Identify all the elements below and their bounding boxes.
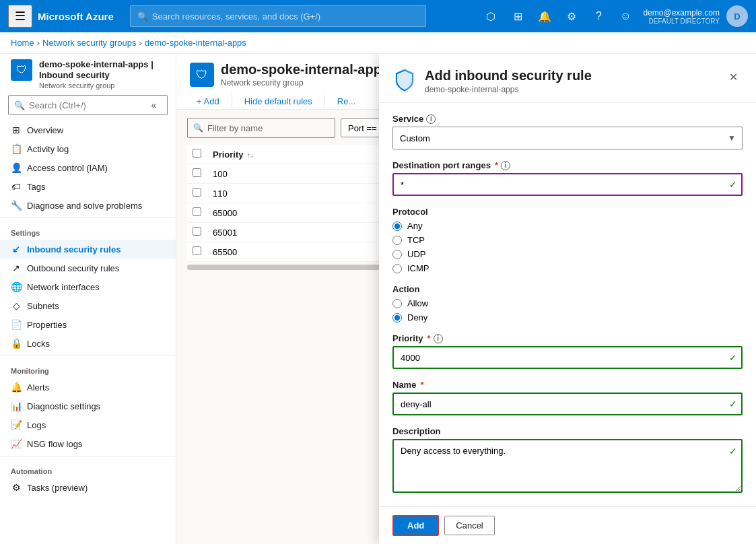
panel-cancel-button[interactable]: Cancel (444, 516, 494, 535)
sidebar-search-input[interactable] (29, 100, 142, 110)
protocol-udp-radio[interactable] (392, 250, 402, 259)
protocol-icmp-label: ICMP (407, 263, 429, 273)
protocol-tcp[interactable]: TCP (392, 235, 743, 245)
row-checkbox[interactable] (193, 227, 201, 236)
sidebar-item-tags[interactable]: 🏷 Tags (0, 177, 176, 196)
alerts-icon: 🔔 (11, 382, 22, 393)
action-deny[interactable]: Deny (392, 312, 743, 322)
refresh-button[interactable]: Re... (331, 94, 362, 109)
action-allow-radio[interactable] (392, 299, 402, 308)
breadcrumb-resource[interactable]: demo-spoke-internal-apps (145, 38, 246, 48)
search-icon: 🔍 (137, 11, 148, 22)
panel-add-button[interactable]: Add (392, 515, 439, 536)
row-checkbox[interactable] (193, 188, 201, 197)
sidebar-item-access-control[interactable]: 👤 Access control (IAM) (0, 158, 176, 177)
row-checkbox[interactable] (193, 207, 201, 216)
help-icon[interactable]: ? (586, 4, 611, 28)
name-input[interactable] (392, 393, 743, 415)
feedback-icon[interactable]: ☺ (613, 4, 638, 28)
action-allow[interactable]: Allow (392, 298, 743, 308)
action-deny-radio[interactable] (392, 313, 402, 322)
protocol-icmp-radio[interactable] (392, 264, 402, 273)
sidebar-item-network-interfaces-label: Network interfaces (27, 282, 100, 292)
sidebar-item-logs-label: Logs (27, 420, 46, 430)
app-title: Microsoft Azure (38, 11, 114, 22)
sidebar-item-network-interfaces[interactable]: 🌐 Network interfaces (0, 277, 176, 296)
sidebar-item-inbound-rules-label: Inbound security rules (27, 244, 121, 254)
breadcrumb-home[interactable]: Home (11, 38, 34, 48)
portal-settings-icon[interactable]: ⊞ (506, 4, 530, 28)
row-checkbox-cell (187, 223, 207, 242)
filter-placeholder: Filter by name (207, 123, 263, 133)
notifications-icon[interactable]: 🔔 (532, 4, 557, 28)
sidebar-collapse-button[interactable]: « (146, 97, 162, 113)
sidebar-item-outbound-rules-label: Outbound security rules (27, 263, 119, 273)
dest-port-info-icon[interactable]: i (501, 161, 510, 170)
sidebar-item-logs[interactable]: 📝 Logs (0, 415, 176, 434)
settings-icon[interactable]: ⚙ (559, 4, 584, 28)
sidebar-item-inbound-rules[interactable]: ↙ Inbound security rules (0, 240, 176, 259)
action-group: Action Allow Deny (392, 284, 743, 322)
panel-body: Service i Custom HTTP HTTPS SSH RDP Any … (379, 103, 756, 506)
nsg-flow-logs-icon: 📈 (11, 438, 22, 449)
protocol-any-radio[interactable] (392, 222, 402, 231)
panel-title: Add inbound security rule (425, 67, 592, 83)
cloud-shell-icon[interactable]: ⬡ (479, 4, 503, 28)
filter-input-bar[interactable]: 🔍 Filter by name (187, 118, 335, 138)
protocol-udp[interactable]: UDP (392, 249, 743, 259)
access-control-icon: 👤 (11, 162, 22, 173)
sidebar-item-alerts[interactable]: 🔔 Alerts (0, 378, 176, 397)
sidebar-item-subnets-label: Subnets (27, 301, 59, 311)
priority-info-icon[interactable]: i (434, 334, 443, 343)
panel-close-button[interactable]: ✕ (724, 67, 743, 86)
sidebar-item-tasks[interactable]: ⚙ Tasks (preview) (0, 478, 176, 497)
sidebar-resource-subtitle: Network security group (39, 81, 165, 90)
description-textarea[interactable]: Deny access to everything. (392, 439, 743, 493)
description-group: Description Deny access to everything. ✓ (392, 426, 743, 495)
logs-icon: 📝 (11, 419, 22, 430)
name-group: Name * ✓ (392, 380, 743, 415)
panel-shield-icon (392, 67, 417, 92)
user-avatar[interactable]: D (726, 5, 748, 27)
menu-button[interactable]: ☰ (8, 5, 32, 28)
protocol-any[interactable]: Any (392, 221, 743, 231)
sidebar-item-properties[interactable]: 📄 Properties (0, 315, 176, 334)
sidebar-item-access-control-label: Access control (IAM) (27, 163, 108, 173)
protocol-tcp-radio[interactable] (392, 236, 402, 245)
service-select[interactable]: Custom HTTP HTTPS SSH RDP Any (392, 127, 743, 149)
tags-icon: 🏷 (11, 181, 22, 192)
breadcrumb: Home › Network security groups › demo-sp… (0, 32, 756, 54)
filter-search-icon: 🔍 (193, 123, 203, 133)
global-search-bar[interactable]: 🔍 Search resources, services, and docs (… (130, 5, 426, 27)
service-info-icon[interactable]: i (426, 114, 436, 124)
sidebar-item-subnets[interactable]: ◇ Subnets (0, 296, 176, 315)
row-checkbox[interactable] (193, 168, 201, 177)
select-all-checkbox[interactable] (193, 149, 201, 158)
priority-group: Priority * i ✓ (392, 333, 743, 369)
sidebar-item-diagnostic-settings[interactable]: 📊 Diagnostic settings (0, 397, 176, 415)
page-icon: 🛡 (190, 63, 214, 87)
sidebar-item-overview-label: Overview (27, 125, 63, 135)
add-button[interactable]: + Add (190, 94, 226, 109)
description-textarea-wrapper: Deny access to everything. ✓ (392, 439, 743, 495)
priority-input[interactable] (392, 346, 743, 369)
name-required: * (420, 380, 423, 390)
sidebar-item-outbound-rules[interactable]: ↗ Outbound security rules (0, 259, 176, 277)
sidebar-item-diagnose[interactable]: 🔧 Diagnose and solve problems (0, 196, 176, 215)
name-input-wrapper: ✓ (392, 393, 743, 415)
sidebar-item-locks[interactable]: 🔒 Locks (0, 334, 176, 353)
protocol-group: Protocol Any TCP UDP (392, 207, 743, 273)
sidebar-item-overview[interactable]: ⊞ Overview (0, 121, 176, 139)
breadcrumb-nsg[interactable]: Network security groups (42, 38, 136, 48)
protocol-icmp[interactable]: ICMP (392, 263, 743, 273)
panel-footer: Add Cancel (379, 506, 756, 544)
dest-port-input[interactable] (392, 173, 743, 196)
sidebar-search-bar[interactable]: 🔍 « (8, 95, 168, 115)
panel-header: Add inbound security rule demo-spoke-int… (379, 54, 756, 103)
activity-log-icon: 📋 (11, 143, 22, 154)
sidebar-item-nsg-flow-logs[interactable]: 📈 NSG flow logs (0, 434, 176, 453)
row-checkbox[interactable] (193, 246, 201, 255)
hide-defaults-button[interactable]: Hide default rules (238, 94, 319, 109)
sidebar-item-activity-log[interactable]: 📋 Activity log (0, 139, 176, 158)
sidebar-item-diagnostic-settings-label: Diagnostic settings (27, 401, 100, 411)
